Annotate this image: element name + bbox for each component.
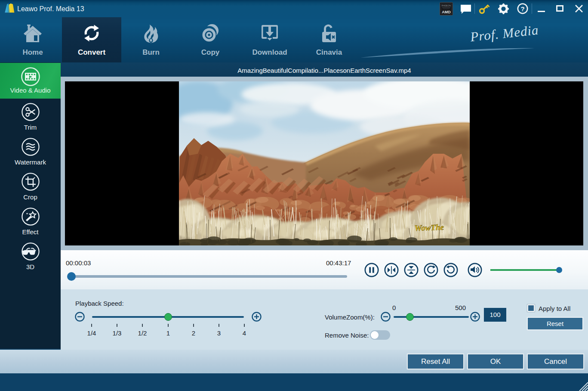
svg-text:WowThe: WowThe bbox=[414, 223, 444, 233]
svg-text:RADEON: RADEON bbox=[442, 4, 451, 7]
svg-text:AMD: AMD bbox=[442, 10, 451, 14]
svg-text:?: ? bbox=[520, 5, 524, 12]
